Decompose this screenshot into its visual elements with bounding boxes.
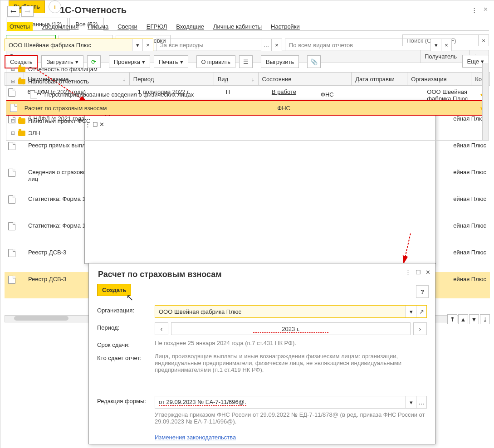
- filter-period-clear-icon[interactable]: ×: [271, 39, 282, 51]
- tab-notifications[interactable]: Уведомления: [42, 23, 78, 30]
- window-more-icon[interactable]: ⋮: [471, 7, 477, 14]
- tree-node[interactable]: ⊞Отчетность по физлицам: [6, 63, 489, 75]
- law-changes-link[interactable]: Изменения законодательства: [155, 434, 236, 441]
- nav-forward[interactable]: 🠖: [21, 6, 34, 17]
- org-input[interactable]: ООО Швейная фабрика Плюс ▾↗: [155, 305, 427, 318]
- filter-type[interactable]: По всем видам отчетов ▾ ×: [285, 39, 452, 51]
- tree-node[interactable]: ⊞ЭЛН: [6, 127, 489, 139]
- filter-organization-text: ООО Швейная фабрика Плюс: [5, 42, 132, 49]
- tree-leaf[interactable]: Персонифицированные сведения о физически…: [26, 88, 489, 101]
- period-value[interactable]: 2023 г.: [171, 322, 411, 335]
- org-open-icon[interactable]: ↗: [416, 306, 426, 317]
- scroll-top-icon[interactable]: ⤒: [447, 314, 457, 324]
- tab-letters[interactable]: Письма: [88, 23, 108, 30]
- org-label: Организация:: [97, 305, 149, 318]
- main-tabs: Отчеты Уведомления Письма Сверки ЕГРЮЛ В…: [7, 22, 300, 31]
- insurance-calc-dialog: Расчет по страховым взносам ⋮ ☐ ✕ Создат…: [88, 263, 435, 444]
- vertical-scrollbar[interactable]: [482, 63, 489, 140]
- filter-period[interactable]: За все периоды … ×: [156, 39, 282, 51]
- period-next-icon[interactable]: ›: [413, 322, 427, 335]
- tab-settings[interactable]: Настройки: [271, 23, 300, 30]
- tab-egrul[interactable]: ЕГРЮЛ: [147, 23, 167, 30]
- document-icon: [8, 169, 15, 177]
- tab-reports[interactable]: Отчеты: [7, 22, 33, 31]
- help-icon[interactable]: ?: [416, 285, 429, 298]
- tree-node[interactable]: ⊞Пилотный проект ФСС: [6, 115, 489, 127]
- document-icon: [8, 142, 15, 150]
- due-value: Не позднее 25 января 2024 года (п.7 ст.4…: [155, 340, 427, 348]
- form-input[interactable]: от 29.09.2023 № ЕА-7-11/696@. ▾…: [155, 396, 427, 409]
- folder-icon: [18, 118, 25, 124]
- document-icon: [30, 90, 37, 98]
- report-tree: ⊞Отчетность по физлицам ⊟Налоговая отчет…: [6, 63, 489, 141]
- filter-org-dropdown-icon[interactable]: ▾: [132, 39, 142, 51]
- tab-incoming[interactable]: Входящие: [176, 23, 204, 30]
- form-note: Утверждена приказом ФНС России от 29.09.…: [155, 411, 427, 425]
- filter-organization[interactable]: ООО Швейная фабрика Плюс ▾ ×: [5, 39, 153, 51]
- document-icon: [8, 222, 15, 230]
- document-icon: [8, 195, 15, 204]
- due-label: Срок сдачи:: [97, 340, 149, 348]
- page-title: 1С-Отчетность: [60, 5, 127, 15]
- dialog-more-icon[interactable]: ⋮: [405, 269, 411, 276]
- who-value: Лица, производящие выплаты и иные вознаг…: [155, 353, 427, 373]
- scroll-up-icon[interactable]: ▲: [458, 314, 468, 324]
- period-label: Период:: [97, 322, 149, 335]
- folder-icon: [18, 131, 25, 136]
- document-icon: [10, 104, 17, 112]
- org-dropdown-icon[interactable]: ▾: [406, 306, 416, 317]
- period-prev-icon[interactable]: ‹: [155, 322, 168, 335]
- document-icon: [8, 249, 15, 257]
- filter-org-clear-icon[interactable]: ×: [142, 39, 153, 51]
- filter-period-placeholder: За все периоды: [157, 42, 261, 49]
- dialog-close-icon[interactable]: ✕: [426, 269, 430, 276]
- info-icon[interactable]: i: [49, 0, 61, 13]
- document-icon: [8, 276, 15, 284]
- form-dropdown-icon[interactable]: ▾: [406, 396, 416, 408]
- tree-leaf-selected[interactable]: Расчет по страховым взносамФНС★: [6, 100, 489, 116]
- tab-reconciliations[interactable]: Сверки: [117, 23, 137, 30]
- filter-type-placeholder: По всем видам отчетов: [285, 42, 430, 49]
- form-more-icon[interactable]: …: [416, 396, 426, 408]
- scroll-bottom-icon[interactable]: ⤓: [480, 314, 490, 324]
- search-clear-icon[interactable]: ×: [478, 35, 489, 46]
- tree-node[interactable]: ⊟Налоговая отчетность: [6, 75, 489, 88]
- filter-type-clear-icon[interactable]: ×: [441, 39, 451, 51]
- folder-icon: [18, 79, 25, 84]
- tab-cabinets[interactable]: Личные кабинеты: [213, 23, 262, 30]
- who-label: Кто сдает отчет:: [97, 353, 149, 373]
- nav-back[interactable]: 🠔: [7, 6, 20, 17]
- filter-period-dropdown-icon[interactable]: …: [261, 39, 271, 51]
- scroll-down-icon[interactable]: ▼: [469, 314, 479, 324]
- folder-icon: [18, 67, 25, 72]
- filter-type-dropdown-icon[interactable]: ▾: [430, 39, 441, 51]
- dialog-title: Расчет по страховым взносам: [89, 263, 435, 284]
- create-report-button[interactable]: Создать: [97, 284, 131, 296]
- dialog-maximize-icon[interactable]: ☐: [416, 269, 421, 276]
- window-close-icon[interactable]: ✕: [483, 6, 488, 13]
- form-label: Редакция формы:: [97, 396, 149, 441]
